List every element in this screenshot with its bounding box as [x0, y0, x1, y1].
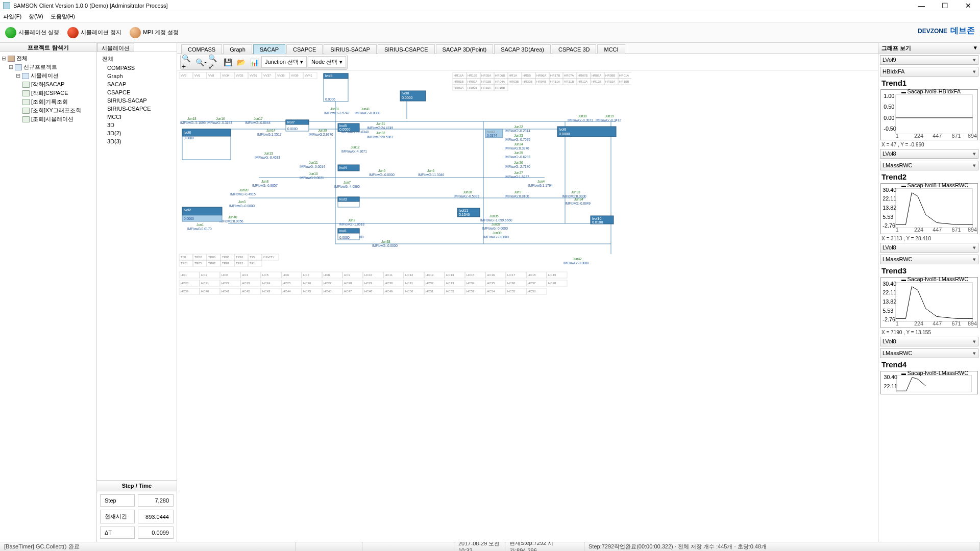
svg-text:lvol5: lvol5	[339, 124, 347, 128]
tree-root[interactable]: ⊟전체	[1, 54, 95, 63]
project-explorer: 프로젝트 탐색기 ⊟전체 ⊟신규프로젝트 ⊟시뮬레이션 [작화]SACAP [작…	[0, 43, 97, 542]
tree-leaf-cspace[interactable]: [작화]CSPACE	[1, 89, 95, 97]
zoom-in-button[interactable]: 🔍+	[182, 56, 194, 68]
main-area: COMPASS Graph SACAP CSAPCE SIRIUS-SACAP …	[177, 43, 878, 542]
maximize-button[interactable]: ☐	[933, 0, 957, 11]
menu-file[interactable]: 파일(F)	[3, 13, 21, 20]
open-button[interactable]: 📂	[235, 56, 247, 68]
zoom-fit-button[interactable]: 🔍⤢	[208, 56, 220, 68]
svg-text:Jun33: Jun33	[571, 190, 580, 194]
svg-text:VV8: VV8	[208, 74, 214, 77]
tab-sirius-sacap[interactable]: SIRIUS-SACAP	[324, 44, 377, 54]
sim-item[interactable]: 3D(3)	[102, 137, 172, 145]
trend1-chart[interactable]: ▬ Sacap-lvol9-HBIdxFA 1.00 0.500.00-0.50…	[880, 89, 978, 140]
sim-item[interactable]: CSAPCE	[102, 88, 172, 96]
tab-sacap3d-area[interactable]: SACAP 3D(Area)	[494, 44, 551, 54]
sim-item[interactable]: SIRIUS-SACAP	[102, 96, 172, 105]
tab-sirius-csapce[interactable]: SIRIUS-CSAPCE	[378, 44, 435, 54]
svg-text:T35: T35	[250, 256, 255, 259]
junction-select[interactable]: Junction 선택 ▾	[261, 56, 307, 68]
svg-text:HC6: HC6	[283, 273, 289, 277]
sim-root[interactable]: 전체	[102, 54, 172, 64]
mpi-settings-button[interactable]: MPI 계정 설정	[127, 26, 182, 40]
svg-text:IMFlowG:-0.0000: IMFlowG:-0.0000	[564, 261, 589, 265]
svg-text:HR5B: HR5B	[523, 74, 531, 77]
tab-mcci[interactable]: MCCI	[597, 44, 625, 54]
sim-item[interactable]: Graph	[102, 72, 172, 80]
svg-text:HC19: HC19	[548, 273, 556, 277]
svg-text:IMFlowG:2.9270: IMFlowG:2.9270	[309, 133, 333, 136]
svg-text:Jun27: Jun27	[514, 171, 523, 174]
sim-item[interactable]: SIRIUS-CSAPCE	[102, 105, 172, 113]
svg-text:HC51: HC51	[426, 290, 434, 293]
tab-sacap[interactable]: SACAP	[253, 44, 285, 54]
minimize-button[interactable]: —	[910, 0, 933, 11]
svg-text:0.00: 0.00	[884, 115, 894, 121]
tab-cspace3d[interactable]: CSPACE 3D	[552, 44, 597, 54]
tab-csapce[interactable]: CSAPCE	[286, 44, 323, 54]
svg-text:894: 894	[968, 133, 977, 139]
menu-help[interactable]: 도움말(H)	[51, 13, 75, 20]
trend4-combo2[interactable]: LMassRWC▾	[880, 348, 978, 358]
svg-text:IMFlowG:-0.2314: IMFlowG:-0.2314	[505, 129, 530, 133]
trend3-chart[interactable]: ▬ Sacap-lvol8-LMassRWC 30.4022.1113.825.…	[880, 277, 978, 328]
tree-leaf-xygraph[interactable]: [조회]XY그래프조회	[1, 106, 95, 115]
tree-simulation[interactable]: ⊟시뮬레이션	[1, 71, 95, 80]
sim-item[interactable]: COMPASS	[102, 64, 172, 72]
view-tabs: COMPASS Graph SACAP CSAPCE SIRIUS-SACAP …	[177, 43, 878, 54]
stop-sim-button[interactable]: 시뮬레이션 정지	[64, 26, 125, 40]
trend3-combo1[interactable]: LVol8▾	[880, 243, 978, 253]
sim-item[interactable]: MCCI	[102, 113, 172, 121]
tab-simulation[interactable]: 시뮬레이션	[97, 43, 134, 52]
tree-leaf-sim[interactable]: [조회]시뮬레이션	[1, 115, 95, 123]
svg-text:IMFlowG:0.0170: IMFlowG:0.0170	[187, 227, 212, 231]
diagram-canvas[interactable]: VV5 VV6 VV8 VV34 VV35 VV36 VV37 VV38 VV3…	[177, 70, 878, 542]
trend1-combo2[interactable]: HBIdxFA▾	[880, 67, 978, 77]
tree-project[interactable]: ⊟신규프로젝트	[1, 63, 95, 71]
zoom-out-button[interactable]: 🔍-	[195, 56, 207, 68]
sim-item[interactable]: 3D(2)	[102, 129, 172, 137]
project-explorer-title: 프로젝트 탐색기	[0, 43, 96, 52]
trend4-combo1[interactable]: LVol8▾	[880, 337, 978, 346]
svg-rect-391	[896, 375, 971, 392]
menu-window[interactable]: 창(W)	[29, 13, 43, 20]
svg-text:HC42: HC42	[242, 290, 250, 293]
svg-text:IMFlowG:-0.3193: IMFlowG:-0.3193	[207, 121, 232, 124]
svg-text:HC15: HC15	[467, 273, 475, 277]
close-button[interactable]: ✕	[957, 0, 980, 11]
svg-text:0.1046: 0.1046	[459, 213, 470, 216]
node-select[interactable]: Node 선택 ▾	[308, 56, 346, 68]
status-bar: [BaseTimer] GC.Collect() 완료 2017-08-29 오…	[0, 542, 980, 551]
tab-compass[interactable]: COMPASS	[181, 44, 222, 54]
run-sim-button[interactable]: 시뮬레이션 실행	[2, 26, 62, 40]
svg-text:lvol1: lvol1	[339, 229, 347, 233]
tree-leaf-history[interactable]: [조회]기록조회	[1, 97, 95, 106]
svg-text:30.40: 30.40	[883, 187, 896, 193]
svg-text:Jun19: Jun19	[605, 114, 614, 118]
svg-text:VV6: VV6	[194, 74, 201, 77]
svg-text:HR02A: HR02A	[468, 80, 477, 83]
sim-item[interactable]: 3D	[102, 121, 172, 129]
svg-text:lvol8: lvol8	[559, 128, 567, 131]
trend2-combo1[interactable]: LVol8▾	[880, 149, 978, 159]
chevron-down-icon[interactable]: ▾	[974, 44, 977, 52]
trend3-combo2[interactable]: LMassRWC▾	[880, 255, 978, 264]
save-button[interactable]: 💾	[222, 56, 234, 68]
sim-item[interactable]: SACAP	[102, 80, 172, 88]
svg-text:671: 671	[952, 320, 961, 327]
tab-graph[interactable]: Graph	[223, 44, 252, 54]
tree-leaf-sacap[interactable]: [작화]SACAP	[1, 80, 95, 89]
svg-text:HC10: HC10	[364, 273, 373, 277]
svg-text:Jun26: Jun26	[514, 161, 523, 164]
svg-text:-2.76: -2.76	[883, 316, 895, 322]
chart-button[interactable]: 📊	[248, 56, 260, 68]
svg-text:HR16A: HR16A	[454, 74, 463, 77]
svg-text:IMFlowG:0.0021: IMFlowG:0.0021	[300, 176, 324, 180]
trend2-combo2[interactable]: LMassRWC▾	[880, 161, 978, 170]
svg-text:0.0000: 0.0000	[184, 136, 194, 140]
svg-text:22.11: 22.11	[883, 289, 896, 295]
trend4-chart[interactable]: ▬ Sacap-lvol8-LMassRWC 30.4022.11	[880, 371, 978, 394]
trend2-chart[interactable]: ▬ Sacap-lvol8-LMassRWC 30.4022.1113.825.…	[880, 183, 978, 234]
tab-sacap3d-point[interactable]: SACAP 3D(Point)	[436, 44, 494, 54]
trend1-combo1[interactable]: LVol9▾	[880, 55, 978, 65]
